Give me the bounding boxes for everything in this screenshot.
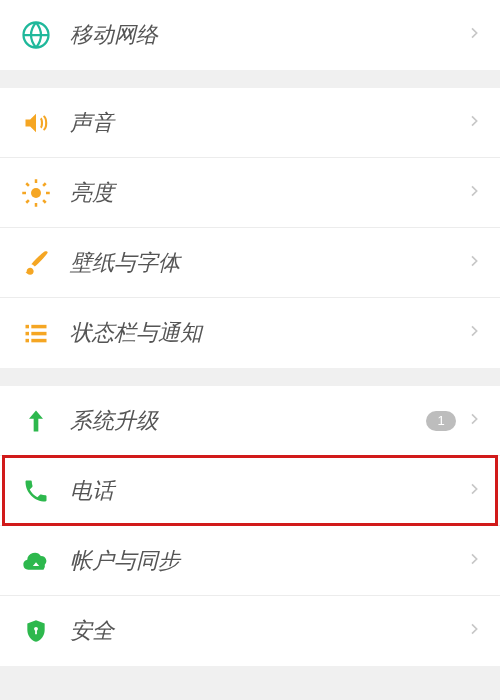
settings-group: 移动网络 bbox=[0, 0, 500, 70]
svg-line-4 bbox=[26, 183, 29, 186]
speaker-icon bbox=[18, 105, 54, 141]
globe-icon bbox=[18, 17, 54, 53]
row-label: 电话 bbox=[70, 476, 466, 506]
chevron-right-icon bbox=[466, 113, 482, 133]
chevron-right-icon bbox=[466, 253, 482, 273]
row-label: 声音 bbox=[70, 108, 466, 138]
svg-rect-17 bbox=[35, 630, 37, 634]
phone-icon bbox=[18, 473, 54, 509]
chevron-right-icon bbox=[466, 25, 482, 45]
chevron-right-icon bbox=[466, 323, 482, 343]
settings-row-wallpaper-font[interactable]: 壁纸与字体 bbox=[0, 228, 500, 298]
row-label: 移动网络 bbox=[70, 20, 466, 50]
svg-line-5 bbox=[43, 200, 46, 203]
row-label: 壁纸与字体 bbox=[70, 248, 466, 278]
settings-row-security[interactable]: 安全 bbox=[0, 596, 500, 666]
sun-icon bbox=[18, 175, 54, 211]
cloud-icon bbox=[18, 543, 54, 579]
row-label: 状态栏与通知 bbox=[70, 318, 466, 348]
svg-line-9 bbox=[43, 183, 46, 186]
settings-row-statusbar-notification[interactable]: 状态栏与通知 bbox=[0, 298, 500, 368]
row-label: 帐户与同步 bbox=[70, 546, 466, 576]
settings-row-brightness[interactable]: 亮度 bbox=[0, 158, 500, 228]
settings-row-phone[interactable]: 电话 bbox=[0, 456, 500, 526]
svg-rect-14 bbox=[26, 339, 30, 343]
shield-icon bbox=[18, 613, 54, 649]
row-label: 亮度 bbox=[70, 178, 466, 208]
svg-rect-12 bbox=[26, 332, 30, 336]
settings-row-sound[interactable]: 声音 bbox=[0, 88, 500, 158]
svg-rect-11 bbox=[31, 325, 46, 329]
svg-line-8 bbox=[26, 200, 29, 203]
chevron-right-icon bbox=[466, 621, 482, 641]
settings-group: 系统升级1电话帐户与同步安全 bbox=[0, 386, 500, 666]
svg-rect-10 bbox=[26, 325, 30, 329]
settings-row-account-sync[interactable]: 帐户与同步 bbox=[0, 526, 500, 596]
settings-row-system-update[interactable]: 系统升级1 bbox=[0, 386, 500, 456]
chevron-right-icon bbox=[466, 183, 482, 203]
row-label: 安全 bbox=[70, 616, 466, 646]
brush-icon bbox=[18, 245, 54, 281]
svg-point-1 bbox=[31, 188, 41, 198]
svg-rect-15 bbox=[31, 339, 46, 343]
badge: 1 bbox=[426, 411, 456, 431]
settings-row-mobile-network[interactable]: 移动网络 bbox=[0, 0, 500, 70]
chevron-right-icon bbox=[466, 411, 482, 431]
chevron-right-icon bbox=[466, 551, 482, 571]
settings-group: 声音亮度壁纸与字体状态栏与通知 bbox=[0, 88, 500, 368]
chevron-right-icon bbox=[466, 481, 482, 501]
list-icon bbox=[18, 315, 54, 351]
row-label: 系统升级 bbox=[70, 406, 426, 436]
svg-rect-13 bbox=[31, 332, 46, 336]
arrow-up-icon bbox=[18, 403, 54, 439]
